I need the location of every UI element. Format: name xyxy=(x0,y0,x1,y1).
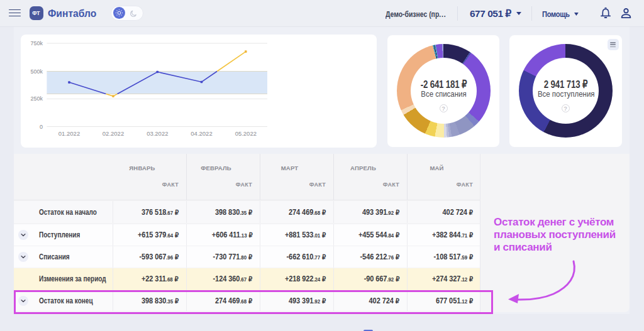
svg-text:04.2022: 04.2022 xyxy=(191,130,212,137)
svg-text:500k: 500k xyxy=(30,68,43,75)
svg-text:0: 0 xyxy=(40,124,43,130)
svg-text:750k: 750k xyxy=(30,40,43,46)
svg-text:250k: 250k xyxy=(30,95,43,102)
svg-text:01.2022: 01.2022 xyxy=(58,130,80,137)
svg-text:03.2022: 03.2022 xyxy=(147,130,168,137)
svg-text:02.2022: 02.2022 xyxy=(103,130,124,137)
svg-text:05.2022: 05.2022 xyxy=(235,130,257,137)
